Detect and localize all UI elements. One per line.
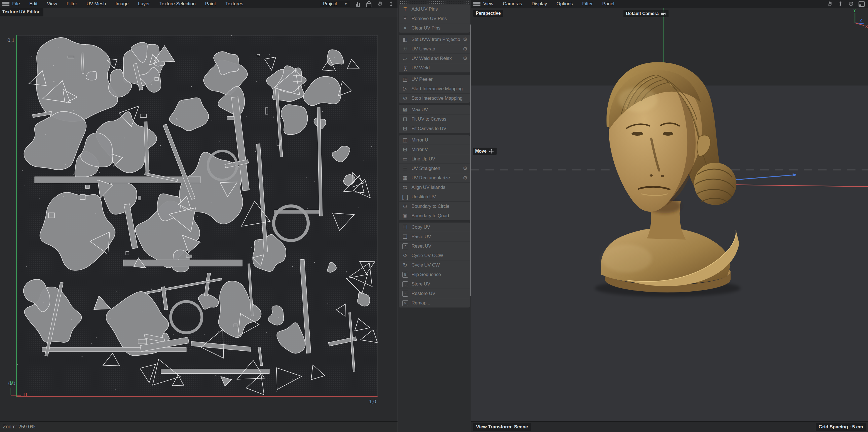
cmd-max-uv[interactable]: ⊠Max UV (399, 105, 470, 114)
cmd-label: Cycle UV CW (411, 262, 470, 268)
cmd-start-interactive-mapping[interactable]: ▷Start Interactive Mapping (399, 84, 470, 93)
zoom-vertical-icon[interactable] (388, 1, 395, 7)
align-icon: ⇆ (399, 185, 411, 190)
menu-uv-mesh[interactable]: UV Mesh (87, 1, 106, 7)
move-icon (489, 148, 494, 154)
uv-canvas[interactable]: 0,10,0V1,0U (0, 17, 398, 422)
viewport-menu-options[interactable]: Options (556, 1, 573, 7)
menu-filter[interactable]: Filter (66, 1, 77, 7)
restore-icon: ↑ (399, 290, 411, 297)
cmd-paste-uv[interactable]: ❑Paste UV (399, 232, 470, 241)
menu-layer[interactable]: Layer (138, 1, 150, 7)
gear-icon[interactable]: ⚙ (460, 46, 470, 52)
cmd-store-uv[interactable]: ↓Store UV (399, 279, 470, 289)
uv-command-group-1: ŦAdd UV PinsŦRemove UV Pins×Clear UV Pin… (399, 4, 470, 33)
uv-corner-label-0-1: 0,1 (7, 37, 14, 43)
cmd-mirror-v[interactable]: ⊟Mirror V (399, 145, 470, 154)
perspective-label: Perspective (476, 11, 501, 16)
cmd-uv-weld-and-relax[interactable]: ▱UV Weld and Relax⚙ (399, 54, 470, 63)
pan-hand-icon[interactable] (826, 1, 834, 7)
fit-canvas-uv-icon: ⊞ (399, 126, 411, 131)
uv-editor-menubar: FileEditViewFilterUV MeshImageLayerTextu… (0, 0, 398, 8)
cmd-label: Clear UV Pins (411, 25, 470, 31)
cmd-uv-rectangularize[interactable]: ▦UV Rectangularize⚙ (399, 173, 470, 182)
move-tool-label: Move (475, 149, 487, 154)
cmd-copy-uv[interactable]: ❐Copy UV (399, 223, 470, 232)
cmd-cycle-uv-ccw[interactable]: ↺Cycle UV CCW (399, 251, 470, 260)
lock-icon[interactable] (365, 1, 373, 7)
gear-icon[interactable]: ⚙ (460, 36, 470, 42)
cmd-set-uvw-from-projection[interactable]: ◧Set UVW from Projection⚙ (399, 35, 470, 44)
cmd-uv-unwrap[interactable]: ≋UV Unwrap⚙ (399, 44, 470, 54)
cmd-mirror-u[interactable]: ◫Mirror U (399, 135, 470, 145)
cmd-stop-interactive-mapping[interactable]: ⊘Stop Interactive Mapping (399, 93, 470, 103)
menu-texture-selection[interactable]: Texture Selection (159, 1, 195, 7)
cmd-remove-uv-pins[interactable]: ŦRemove UV Pins (399, 13, 470, 23)
viewport-3d[interactable]: Y Z X Perspective Default Camera Move (471, 8, 868, 422)
cmd-reset-uv[interactable]: ↺Reset UV (399, 241, 470, 251)
cmd-fit-canvas-to-uv[interactable]: ⊞Fit Canvas to UV (399, 124, 470, 133)
viewport-pane: ViewCamerasDisplayOptionsFilterPanel (471, 0, 868, 432)
viewport-menu-panel[interactable]: Panel (602, 1, 614, 7)
cmd-boundary-to-circle[interactable]: ⊙Boundary to Circle (399, 201, 470, 211)
histogram-icon[interactable] (354, 1, 362, 7)
axis-gizmo[interactable]: Y Z X (853, 8, 868, 29)
cmd-uv-weld[interactable]: [{UV Weld (399, 63, 470, 73)
viewport-menu-filter[interactable]: Filter (582, 1, 593, 7)
bust-model[interactable] (595, 62, 741, 297)
cmd-restore-uv[interactable]: ↑Restore UV (399, 289, 470, 298)
maximize-view-icon[interactable] (858, 1, 865, 7)
menu-edit[interactable]: Edit (29, 1, 37, 7)
paste-icon: ❑ (399, 234, 411, 239)
mirror-v-icon: ⊟ (399, 147, 411, 152)
clear-icon: × (399, 25, 411, 31)
cmd-cycle-uv-cw[interactable]: ↻Cycle UV CW (399, 260, 470, 269)
uv-command-group-3: ◳UV Peeler▷Start Interactive Mapping⊘Sto… (399, 75, 470, 103)
cmd-clear-uv-pins[interactable]: ×Clear UV Pins (399, 23, 470, 33)
gear-icon[interactable]: ⚙ (460, 175, 470, 181)
hamburger-menu-icon[interactable] (2, 2, 9, 6)
cmd-add-uv-pins[interactable]: ŦAdd UV Pins (399, 4, 470, 13)
store-icon: ↓ (399, 281, 411, 287)
gear-icon[interactable]: ⚙ (460, 55, 470, 62)
gear-icon[interactable]: ⚙ (460, 165, 470, 172)
pan-hand-icon[interactable] (376, 1, 384, 7)
viewport-menu-cameras[interactable]: Cameras (503, 1, 522, 7)
pin-icon: Ŧ (399, 16, 411, 21)
menu-image[interactable]: Image (116, 1, 128, 7)
menu-file[interactable]: File (12, 1, 20, 7)
reset-icon: ↺ (399, 243, 411, 249)
hamburger-menu-icon[interactable] (473, 2, 480, 6)
menu-paint[interactable]: Paint (205, 1, 216, 7)
menu-textures[interactable]: Textures (225, 1, 243, 7)
texture-uv-editor-tab[interactable]: Texture UV Editor (0, 8, 43, 17)
project-dropdown[interactable]: Project ▼ (320, 1, 350, 7)
cmd-boundary-to-quad[interactable]: ▣Boundary to Quad (399, 211, 470, 220)
cmd-flip-sequence[interactable]: ⇅Flip Sequence (399, 269, 470, 279)
uv-commands-panel: ŦAdd UV PinsŦRemove UV Pins×Clear UV Pin… (398, 0, 471, 432)
cmd-remap[interactable]: ✎Remap... (399, 298, 470, 308)
menu-view[interactable]: View (47, 1, 57, 7)
unwrap-icon: ≋ (399, 46, 411, 52)
cmd-label: Add UV Pins (411, 6, 470, 12)
cmd-label: Max UV (411, 107, 470, 113)
cmd-unstitch-uv[interactable]: [~]Unstitch UV (399, 192, 470, 201)
viewport-menus: ViewCamerasDisplayOptionsFilterPanel (483, 1, 614, 7)
fit-uv-canvas-icon: ⊡ (399, 116, 411, 122)
viewport-menubar: ViewCamerasDisplayOptionsFilterPanel (471, 0, 868, 8)
uv-command-group-6: ❐Copy UV❑Paste UV↺Reset UV↺Cycle UV CCW↻… (399, 223, 470, 308)
cmd-uv-peeler[interactable]: ◳UV Peeler (399, 75, 470, 84)
uv-command-list: ŦAdd UV PinsŦRemove UV Pins×Clear UV Pin… (398, 4, 471, 308)
viewport-menu-view[interactable]: View (483, 1, 494, 7)
camera-chip[interactable]: Default Camera (623, 10, 669, 17)
camera-icon[interactable] (660, 11, 666, 17)
cmd-line-up-uv[interactable]: ▭Line Up UV (399, 154, 470, 164)
panel-grip-handle[interactable] (400, 1, 469, 4)
cmd-uv-straighten[interactable]: ≣UV Straighten⚙ (399, 164, 470, 173)
zoom-vertical-icon[interactable] (837, 1, 844, 7)
orbit-icon[interactable] (847, 1, 855, 7)
cmd-fit-uv-to-canvas[interactable]: ⊡Fit UV to Canvas (399, 114, 470, 124)
cmd-align-uv-islands[interactable]: ⇆Align UV Islands (399, 182, 470, 192)
viewport-menu-display[interactable]: Display (532, 1, 547, 7)
ban-icon: ⊘ (399, 95, 411, 101)
